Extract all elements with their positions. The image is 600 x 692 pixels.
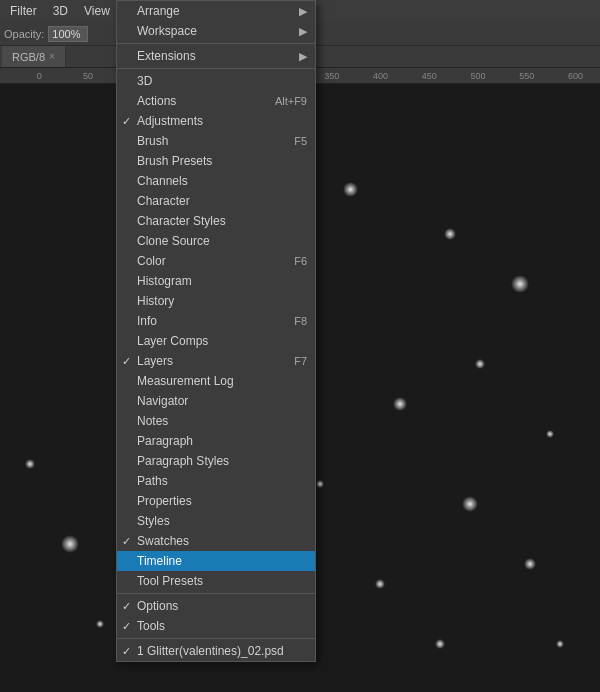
menu-item-actions[interactable]: ActionsAlt+F9: [117, 91, 315, 111]
menu-3d[interactable]: 3D: [45, 0, 76, 22]
star-3: [511, 275, 529, 293]
menu-item-layer-comps[interactable]: Layer Comps: [117, 331, 315, 351]
shortcut-label: F8: [294, 315, 307, 327]
ruler-mark-50: 50: [64, 71, 113, 81]
menu-item-label: 1 Glitter(valentines)_02.psd: [137, 644, 284, 658]
menu-item-label: Swatches: [137, 534, 189, 548]
star-14: [96, 620, 104, 628]
star-13: [25, 459, 35, 469]
menu-item-label: Layers: [137, 354, 173, 368]
star-7: [462, 496, 478, 512]
menu-item-label: Actions: [137, 94, 176, 108]
menu-item-histogram[interactable]: Histogram: [117, 271, 315, 291]
star-1: [343, 182, 358, 197]
menu-item-timeline[interactable]: Timeline: [117, 551, 315, 571]
menu-item-label: Paths: [137, 474, 168, 488]
menu-item-label: 3D: [137, 74, 152, 88]
menu-item-styles[interactable]: Styles: [117, 511, 315, 531]
star-2: [444, 228, 456, 240]
menu-item-measurement-log[interactable]: Measurement Log: [117, 371, 315, 391]
menu-item-label: Navigator: [137, 394, 188, 408]
menu-item-label: Workspace: [137, 24, 197, 38]
star-16: [556, 640, 564, 648]
opacity-label: Opacity:: [4, 28, 44, 40]
menu-item-3d[interactable]: 3D: [117, 71, 315, 91]
menu-item-label: Paragraph Styles: [137, 454, 229, 468]
menu-item-label: Color: [137, 254, 166, 268]
star-9: [375, 579, 385, 589]
checkmark-icon: ✓: [122, 645, 131, 658]
menu-item-options[interactable]: ✓Options: [117, 596, 315, 616]
menu-item-tools[interactable]: ✓Tools: [117, 616, 315, 636]
menu-item-label: Layer Comps: [137, 334, 208, 348]
menu-item-layers[interactable]: ✓LayersF7: [117, 351, 315, 371]
menu-filter[interactable]: Filter: [2, 0, 45, 22]
menu-item-1-glitter(valentines)_02.psd[interactable]: ✓1 Glitter(valentines)_02.psd: [117, 641, 315, 661]
menu-item-adjustments[interactable]: ✓Adjustments: [117, 111, 315, 131]
star-6: [546, 430, 554, 438]
menu-item-label: Timeline: [137, 554, 182, 568]
ruler-mark-550: 550: [503, 71, 552, 81]
menu-item-brush-presets[interactable]: Brush Presets: [117, 151, 315, 171]
document-tab[interactable]: RGB/8 ×: [2, 46, 66, 67]
checkmark-icon: ✓: [122, 620, 131, 633]
tab-label: RGB/8: [12, 51, 45, 63]
menu-item-navigator[interactable]: Navigator: [117, 391, 315, 411]
submenu-arrow-icon: ▶: [299, 25, 307, 38]
menu-item-color[interactable]: ColorF6: [117, 251, 315, 271]
menu-item-label: Clone Source: [137, 234, 210, 248]
menu-view[interactable]: View: [76, 0, 118, 22]
menu-divider-2: [117, 43, 315, 44]
menu-item-properties[interactable]: Properties: [117, 491, 315, 511]
menu-item-label: Info: [137, 314, 157, 328]
menu-item-notes[interactable]: Notes: [117, 411, 315, 431]
menu-item-extensions[interactable]: Extensions▶: [117, 46, 315, 66]
checkmark-icon: ✓: [122, 115, 131, 128]
menu-item-paths[interactable]: Paths: [117, 471, 315, 491]
menu-item-label: Channels: [137, 174, 188, 188]
menu-item-label: Tools: [137, 619, 165, 633]
menu-item-label: Extensions: [137, 49, 196, 63]
menu-item-clone-source[interactable]: Clone Source: [117, 231, 315, 251]
ruler-mark-500: 500: [454, 71, 503, 81]
menu-divider-34: [117, 638, 315, 639]
menu-item-workspace[interactable]: Workspace▶: [117, 21, 315, 41]
menu-item-arrange[interactable]: Arrange▶: [117, 1, 315, 21]
menu-item-label: Adjustments: [137, 114, 203, 128]
star-17: [435, 639, 445, 649]
menu-item-paragraph[interactable]: Paragraph: [117, 431, 315, 451]
menu-item-label: Brush Presets: [137, 154, 212, 168]
shortcut-label: F7: [294, 355, 307, 367]
ruler-mark-600: 600: [551, 71, 600, 81]
menu-item-channels[interactable]: Channels: [117, 171, 315, 191]
menu-item-swatches[interactable]: ✓Swatches: [117, 531, 315, 551]
menu-item-paragraph-styles[interactable]: Paragraph Styles: [117, 451, 315, 471]
window-dropdown-menu: Arrange▶Workspace▶Extensions▶3DActionsAl…: [116, 0, 316, 662]
menu-item-character-styles[interactable]: Character Styles: [117, 211, 315, 231]
checkmark-icon: ✓: [122, 535, 131, 548]
shortcut-label: Alt+F9: [275, 95, 307, 107]
menu-item-label: History: [137, 294, 174, 308]
menu-item-label: Measurement Log: [137, 374, 234, 388]
menu-item-history[interactable]: History: [117, 291, 315, 311]
menu-item-label: Character: [137, 194, 190, 208]
ruler-mark-450: 450: [405, 71, 454, 81]
menu-item-tool-presets[interactable]: Tool Presets: [117, 571, 315, 591]
menu-item-label: Character Styles: [137, 214, 226, 228]
menu-item-label: Histogram: [137, 274, 192, 288]
submenu-arrow-icon: ▶: [299, 50, 307, 63]
menu-item-label: Options: [137, 599, 178, 613]
menu-item-label: Notes: [137, 414, 168, 428]
star-4: [475, 359, 485, 369]
menu-item-character[interactable]: Character: [117, 191, 315, 211]
tab-close-icon[interactable]: ×: [49, 51, 55, 62]
star-5: [393, 397, 407, 411]
opacity-input[interactable]: [48, 26, 88, 42]
ruler-mark-0: 0: [15, 71, 64, 81]
menu-item-brush[interactable]: BrushF5: [117, 131, 315, 151]
menu-item-info[interactable]: InfoF8: [117, 311, 315, 331]
star-8: [524, 558, 536, 570]
menu-item-label: Brush: [137, 134, 168, 148]
menu-item-label: Paragraph: [137, 434, 193, 448]
star-10: [316, 480, 324, 488]
